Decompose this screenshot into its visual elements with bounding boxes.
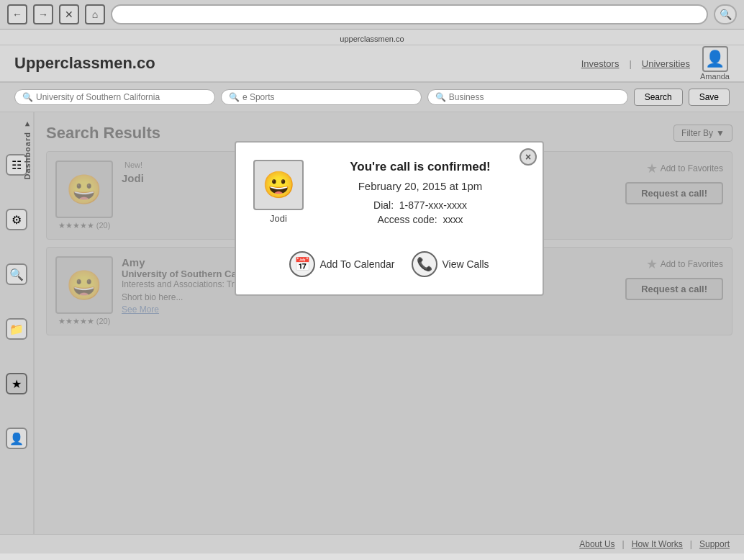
- forward-button[interactable]: →: [33, 4, 53, 24]
- search-field-1[interactable]: 🔍 University of Southern California: [14, 89, 215, 105]
- site-title: Upperclassmen.co: [14, 54, 155, 73]
- content-area: Search Results Filter By ▼ 😀 ★★★★★ (20) …: [35, 112, 744, 534]
- search-bar-area: 🔍 University of Southern California 🔍 e …: [0, 83, 744, 112]
- modal-dial-number: 1-877-xxx-xxxx: [399, 199, 467, 211]
- modal-dial-label: Dial:: [373, 199, 394, 211]
- search-icon-3: 🔍: [435, 92, 446, 102]
- user-avatar-icon: 👤: [702, 46, 728, 72]
- search-button[interactable]: Search: [634, 89, 683, 106]
- top-nav: Upperclassmen.co Investors | Universitie…: [0, 45, 744, 83]
- view-calls-label: View Calls: [442, 258, 489, 270]
- search-field-2[interactable]: 🔍 e Sports: [221, 89, 422, 105]
- add-to-calendar-label: Add To Calendar: [319, 258, 394, 270]
- search-field-1-value: University of Southern California: [36, 92, 160, 102]
- sidebar-tab-label: Dashboard ▼: [23, 119, 32, 180]
- calendar-icon: 📅: [289, 251, 315, 277]
- support-link[interactable]: Support: [699, 539, 730, 549]
- sidebar-icon-profile[interactable]: 👤: [6, 428, 27, 449]
- modal-access: Access code: xxxx: [315, 214, 525, 225]
- how-it-works-link[interactable]: How It Works: [632, 539, 683, 549]
- browser-search-button[interactable]: 🔍: [714, 4, 737, 24]
- modal-content-area: You're call is confirmed! February 20, 2…: [315, 160, 525, 237]
- url-bar[interactable]: [111, 4, 708, 24]
- modal-access-label: Access code:: [377, 214, 437, 225]
- search-field-2-value: e Sports: [242, 92, 275, 102]
- browser-tab-bar: upperclassmen.co: [0, 30, 744, 45]
- add-to-calendar-button[interactable]: 📅 Add To Calendar: [289, 251, 394, 277]
- home-button[interactable]: ⌂: [85, 4, 105, 24]
- modal-dialog: × 😀 Jodi You're call is confirmed! Febru…: [235, 141, 544, 296]
- search-field-3-value: Business: [449, 92, 484, 102]
- view-calls-button[interactable]: 📞 View Calls: [412, 251, 489, 277]
- sidebar-icon-favorites[interactable]: ★: [6, 373, 27, 394]
- nav-divider: |: [629, 58, 631, 69]
- modal-title: You're call is confirmed!: [315, 160, 525, 174]
- sidebar: Dashboard ▼ ☷ ⚙ 🔍 📁 ★ 👤: [0, 112, 35, 534]
- modal-contact-name: Jodi: [270, 213, 287, 224]
- user-name: Amanda: [700, 72, 730, 81]
- sidebar-icon-search[interactable]: 🔍: [6, 263, 27, 285]
- modal-date: February 20, 2015 at 1pm: [315, 180, 525, 192]
- user-avatar-area[interactable]: 👤 Amanda: [700, 46, 730, 81]
- tab-title: upperclassmen.co: [340, 35, 404, 43]
- modal-close-button[interactable]: ×: [520, 148, 537, 166]
- search-icon-2: 🔍: [229, 92, 240, 102]
- app-container: Upperclassmen.co Investors | Universitie…: [0, 45, 744, 554]
- about-us-link[interactable]: About Us: [579, 539, 614, 549]
- universities-link[interactable]: Universities: [642, 58, 690, 69]
- modal-avatar: 😀: [253, 160, 304, 210]
- modal-dial: Dial: 1-877-xxx-xxxx: [315, 199, 525, 211]
- stop-button[interactable]: ✕: [59, 4, 79, 24]
- sidebar-icon-settings[interactable]: ⚙: [6, 209, 27, 230]
- investors-link[interactable]: Investors: [581, 58, 620, 69]
- footer-divider-1: |: [622, 539, 625, 549]
- modal-overlay: × 😀 Jodi You're call is confirmed! Febru…: [35, 112, 744, 534]
- modal-header-row: 😀 Jodi You're call is confirmed! Februar…: [253, 160, 525, 237]
- main-layout: Dashboard ▼ ☷ ⚙ 🔍 📁 ★ 👤 Search Results F…: [0, 112, 744, 534]
- calls-icon: 📞: [412, 251, 437, 277]
- modal-access-code: xxxx: [443, 214, 463, 225]
- search-icon-1: 🔍: [22, 92, 33, 102]
- search-field-3[interactable]: 🔍 Business: [427, 89, 628, 105]
- browser-chrome: ← → ✕ ⌂ 🔍: [0, 0, 744, 30]
- modal-actions: 📅 Add To Calendar 📞 View Calls: [289, 251, 489, 277]
- footer: About Us | How It Works | Support: [0, 534, 744, 554]
- top-nav-links: Investors | Universities 👤 Amanda: [581, 46, 730, 81]
- save-button[interactable]: Save: [689, 89, 730, 106]
- sidebar-icon-files[interactable]: 📁: [6, 318, 27, 340]
- footer-divider-2: |: [690, 539, 692, 549]
- back-button[interactable]: ←: [7, 4, 27, 24]
